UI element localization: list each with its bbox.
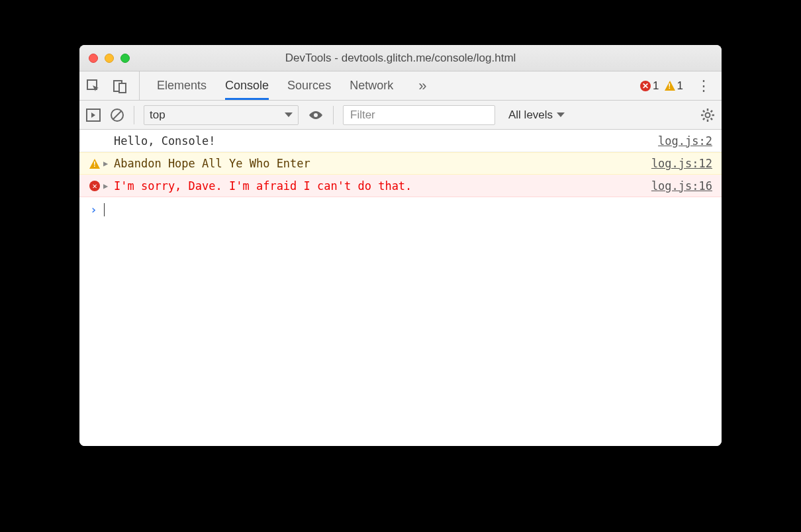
error-count: 1 [653,79,659,93]
tab-bar: Elements Console Sources Network » ✕ 1 1… [79,71,722,101]
svg-line-12 [703,111,704,112]
filter-placeholder: Filter [350,109,375,122]
log-source-link[interactable]: log.js:2 [658,134,712,148]
tabs-overflow-button[interactable]: » [412,77,433,95]
log-message: Hello, Console! [114,134,658,148]
context-selector-value: top [150,109,165,122]
traffic-lights [79,54,130,63]
inspect-element-icon[interactable] [86,79,101,93]
titlebar: DevTools - devtools.glitch.me/console/lo… [79,45,722,71]
device-toolbar-icon[interactable] [113,79,127,93]
more-menu-icon[interactable]: ⋮ [692,77,715,95]
log-levels-label: All levels [508,109,553,122]
console-prompt[interactable]: › [79,197,722,222]
log-row-warning[interactable]: ▶ Abandon Hope All Ye Who Enter log.js:1… [79,152,722,175]
clear-console-icon[interactable] [110,108,124,122]
warning-count-badge[interactable]: 1 [665,79,683,93]
log-source-link[interactable]: log.js:16 [651,179,712,193]
tab-network[interactable]: Network [350,71,393,100]
tab-elements[interactable]: Elements [157,71,207,100]
chevron-down-icon [557,112,565,117]
live-expression-icon[interactable] [308,110,324,120]
text-cursor [104,203,105,216]
filter-input[interactable]: Filter [343,105,495,125]
svg-rect-2 [119,83,126,93]
prompt-chevron-icon: › [86,202,104,216]
warning-icon [89,159,100,169]
divider [134,106,134,124]
console-settings-icon[interactable] [700,108,715,122]
tabbar-left-icons [86,71,140,100]
disclosure-triangle-icon[interactable]: ▶ [103,159,114,168]
tab-console[interactable]: Console [225,71,269,100]
error-icon: ✕ [89,181,100,191]
toggle-sidebar-icon[interactable] [86,109,101,122]
tab-sources[interactable]: Sources [287,71,331,100]
chevron-down-icon [285,112,293,117]
window-close-button[interactable] [89,54,98,63]
svg-line-15 [711,111,712,112]
devtools-window: DevTools - devtools.glitch.me/console/lo… [79,45,722,446]
window-minimize-button[interactable] [105,54,114,63]
log-icon-cell [86,159,103,169]
error-count-badge[interactable]: ✕ 1 [640,79,659,93]
log-message: I'm sorry, Dave. I'm afraid I can't do t… [114,179,651,193]
warning-icon [665,81,675,91]
log-row[interactable]: Hello, Console! log.js:2 [79,130,722,152]
divider [333,106,334,124]
status-badges: ✕ 1 1 [631,79,692,93]
svg-point-7 [706,112,710,117]
window-maximize-button[interactable] [120,54,130,63]
log-levels-selector[interactable]: All levels [504,109,569,122]
disclosure-triangle-icon[interactable]: ▶ [103,181,114,191]
svg-line-14 [703,118,704,119]
console-toolbar: top Filter All levels [79,101,722,130]
log-icon-cell: ✕ [86,181,103,191]
svg-point-6 [314,113,318,117]
window-title: DevTools - devtools.glitch.me/console/lo… [79,52,722,65]
log-source-link[interactable]: log.js:12 [651,157,712,170]
log-message: Abandon Hope All Ye Who Enter [114,157,651,170]
svg-line-5 [113,111,121,119]
tabs: Elements Console Sources Network » [140,71,433,100]
console-body: Hello, Console! log.js:2 ▶ Abandon Hope … [79,130,722,446]
svg-line-13 [711,118,712,119]
context-selector[interactable]: top [144,105,299,125]
log-row-error[interactable]: ✕ ▶ I'm sorry, Dave. I'm afraid I can't … [79,175,722,197]
warning-count: 1 [677,79,683,93]
error-icon: ✕ [640,81,651,91]
